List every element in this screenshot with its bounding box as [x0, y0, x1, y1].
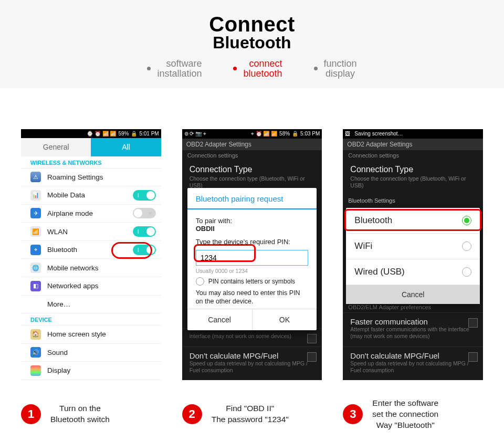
display-icon — [30, 365, 41, 376]
bluetooth-icon: ⌚ ⏰ 📶 📶 — [87, 131, 116, 136]
checkbox[interactable] — [468, 352, 478, 362]
app-bar: OBD2 Adapter Settings — [182, 139, 322, 150]
row-home[interactable]: 🏠Home screen style — [21, 326, 161, 344]
step-number: 2 — [182, 404, 202, 424]
pref-mpg[interactable]: Don't calculate MPG/Fuel Speed up data r… — [343, 346, 483, 380]
header-title-2: Bluetooth — [0, 33, 504, 52]
home-icon: 🏠 — [30, 329, 41, 340]
row-mobilenetworks[interactable]: 🌐Mobile networks — [21, 259, 161, 277]
battery-label: 59% — [118, 131, 129, 136]
radio-icon[interactable] — [196, 277, 204, 286]
pref-title: Connection Type — [190, 165, 315, 174]
breadcrumb: softwareinstallation connectbluetooth fu… — [0, 59, 504, 79]
row-mobiledata[interactable]: 📊Mobile Data — [21, 186, 161, 205]
crumb-software: softwareinstallation — [147, 59, 202, 79]
row-netapps[interactable]: ◧Networked apps — [21, 277, 161, 296]
subheader: Connection settings — [182, 150, 322, 161]
highlight-circle — [344, 209, 481, 231]
caption-line: set the connection — [372, 409, 438, 420]
caption-3: 3 Enter the softwareset the connectionWa… — [343, 398, 483, 431]
row-label: Roaming Settings — [47, 173, 103, 181]
pref-connection-type[interactable]: Connection Type Choose the connection ty… — [343, 161, 483, 195]
triangle-icon: ⚠ — [30, 172, 41, 182]
caption-line: Find "OBD II" — [212, 403, 289, 414]
page-header: Connect Bluetooth softwareinstallation c… — [0, 0, 504, 88]
pin-hint: Usually 0000 or 1234 — [196, 268, 309, 274]
radio-icon[interactable] — [462, 267, 471, 277]
pref-desc: Speed up data retrieval by not calculati… — [350, 360, 476, 374]
bluetooth-icon: ⌖ — [30, 245, 41, 255]
toggle-airplane[interactable] — [133, 208, 156, 218]
time-label: 5:03 PM — [300, 131, 320, 136]
option-usb[interactable]: Wired (USB) — [346, 259, 480, 285]
step-number: 3 — [343, 404, 363, 424]
row-display[interactable]: Display — [21, 362, 161, 380]
caption-2: 2 Find "OBD II"The password "1234" — [182, 398, 322, 431]
pref-mpg[interactable]: Don't calculate MPG/Fuel Speed up data r… — [182, 346, 322, 380]
row-airplane[interactable]: ✈Airplane mode — [21, 205, 161, 223]
highlight-circle — [194, 244, 256, 262]
cancel-button[interactable]: Cancel — [187, 309, 253, 330]
subheader: Connection settings — [343, 150, 483, 161]
row-label: WLAN — [47, 228, 68, 236]
checkbox[interactable] — [307, 334, 317, 343]
crumb-label: connect — [243, 59, 282, 69]
row-bluetooth[interactable]: ⌖Bluetooth — [21, 241, 161, 259]
pref-title: Don't calculate MPG/Fuel — [350, 351, 476, 360]
pref-title: Connection Type — [350, 165, 476, 174]
caption-line: Bluetooth switch — [50, 414, 110, 425]
row-wlan[interactable]: 📶WLAN — [21, 223, 161, 241]
section-device: DEVICE — [21, 313, 161, 326]
pref-desc: Choose the connection type (Bluetooth, W… — [350, 175, 476, 189]
pref-desc: interface (may not work on some devices) — [190, 333, 315, 340]
pref-faster[interactable]: Faster communication Attempt faster comm… — [343, 312, 483, 346]
row-label: More… — [47, 300, 70, 308]
ok-button[interactable]: OK — [253, 309, 317, 330]
row-label: Home screen style — [47, 330, 106, 338]
globe-icon: 🌐 — [30, 262, 41, 273]
option-wifi[interactable]: WiFi — [346, 234, 480, 259]
toggle-mobiledata[interactable] — [133, 190, 156, 201]
airplane-icon: ✈ — [30, 208, 41, 218]
row-label: Sound — [47, 349, 68, 356]
option-bluetooth[interactable]: Bluetooth — [346, 208, 480, 234]
cancel-button[interactable]: Cancel — [346, 285, 480, 304]
label-pair-with: To pair with: — [196, 217, 309, 225]
sound-icon: 🔊 — [30, 347, 41, 358]
dialog-pairing: Bluetooth pairing request To pair with: … — [187, 188, 317, 331]
dot-icon — [314, 67, 318, 70]
tab-all[interactable]: All — [91, 138, 161, 156]
screenshot-3: 🖼 Saving screenshot… OBD2 Adapter Settin… — [343, 129, 483, 380]
row-more[interactable]: More… — [21, 296, 161, 314]
apps-icon: ◧ — [30, 281, 41, 291]
captions-row: 1 Turn on theBluetooth switch 2 Find "OB… — [0, 393, 504, 441]
step-number: 1 — [21, 404, 41, 424]
crumb-label: bluetooth — [243, 69, 282, 79]
row-label: Mobile Data — [47, 191, 85, 199]
crumb-label: installation — [157, 69, 202, 79]
checkbox[interactable] — [468, 318, 478, 328]
status-text: Saving screenshot… — [354, 131, 403, 136]
dialog-choose-connection: Bluetooth WiFi Wired (USB) Cancel — [346, 208, 480, 304]
crumb-connect: connectbluetooth — [233, 59, 282, 79]
radio-icon[interactable] — [462, 242, 471, 251]
row-sound[interactable]: 🔊Sound — [21, 344, 161, 362]
tabs: General All — [21, 138, 161, 156]
pin-letters-row[interactable]: PIN contains letters or symbols — [196, 277, 309, 286]
checkbox[interactable] — [307, 352, 317, 362]
device-name: OBDII — [196, 225, 309, 233]
pref-title: Don't calculate MPG/Fuel — [190, 351, 315, 360]
row-roaming[interactable]: ⚠Roaming Settings — [21, 169, 161, 187]
pref-interface-partial[interactable]: interface (may not work on some devices) — [182, 328, 322, 346]
crumb-label: display — [324, 69, 357, 79]
tab-general[interactable]: General — [21, 138, 91, 156]
crumb-label: function — [324, 59, 357, 69]
toggle-wlan[interactable] — [133, 226, 156, 237]
option-label: Wired (USB) — [354, 267, 404, 277]
subheader-bt: Bluetooth Settings — [343, 195, 483, 206]
image-icon: 🖼 — [345, 131, 350, 136]
row-label: Networked apps — [47, 282, 99, 290]
also-text: You may also need to enter this PIN on t… — [196, 289, 309, 306]
option-label: WiFi — [354, 241, 372, 251]
screenshots-row: ⌚ ⏰ 📶 📶 59% 🔒 5:01 PM General All WIRELE… — [0, 88, 504, 393]
